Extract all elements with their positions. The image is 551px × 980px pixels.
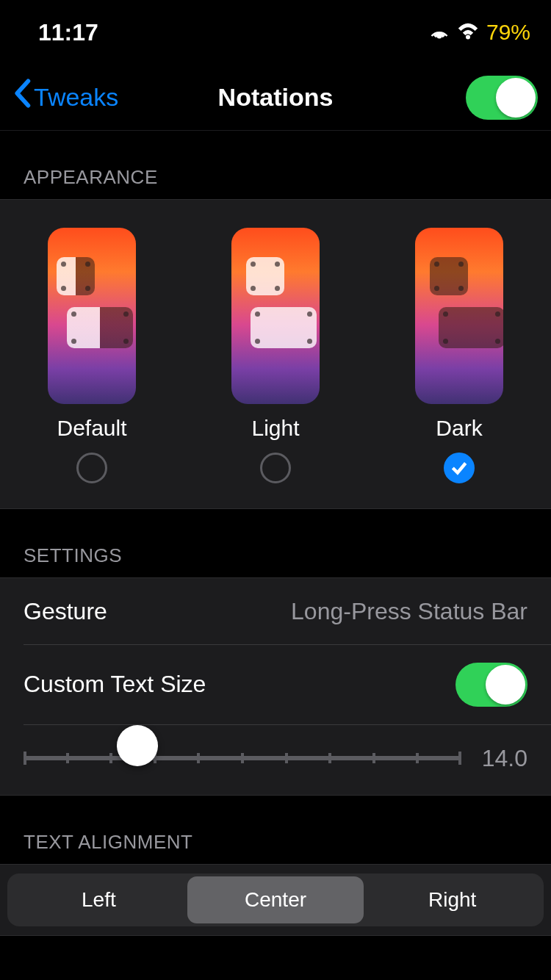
gesture-value: Long-Press Status Bar <box>291 598 527 625</box>
preview-default <box>48 228 136 404</box>
status-bar: 11:17 79% <box>0 0 551 65</box>
check-icon <box>450 458 469 478</box>
alignment-option-right[interactable]: Right <box>364 876 541 923</box>
appearance-option-dark[interactable]: Dark <box>415 228 503 483</box>
airdrop-icon <box>429 21 450 44</box>
alignment-segmented-control[interactable]: LeftCenterRight <box>7 873 544 926</box>
settings-list: Gesture Long-Press Status Bar Custom Tex… <box>0 577 551 796</box>
battery-percentage: 79% <box>486 20 530 45</box>
nav-bar: Tweaks Notations <box>0 65 551 131</box>
appearance-option-light[interactable]: Light <box>231 228 320 483</box>
master-toggle[interactable] <box>466 76 538 120</box>
radio-dark[interactable] <box>444 453 475 483</box>
gesture-label: Gesture <box>24 598 107 625</box>
gesture-cell[interactable]: Gesture Long-Press Status Bar <box>0 578 551 644</box>
svg-point-1 <box>466 35 470 39</box>
text-size-slider-cell: 14.0 <box>0 724 551 795</box>
appearance-header: APPEARANCE <box>0 131 551 199</box>
chevron-left-icon <box>13 79 31 113</box>
appearance-label: Default <box>57 416 126 441</box>
custom-text-size-toggle[interactable] <box>455 663 527 707</box>
radio-default[interactable] <box>76 453 107 483</box>
appearance-options: Default Light Dark <box>0 199 551 509</box>
wifi-icon <box>457 22 479 43</box>
appearance-option-default[interactable]: Default <box>48 228 136 483</box>
alignment-option-center[interactable]: Center <box>187 876 364 923</box>
settings-header: SETTINGS <box>0 509 551 577</box>
preview-dark <box>415 228 503 404</box>
text-size-value: 14.0 <box>479 745 527 772</box>
custom-text-size-cell: Custom Text Size <box>0 645 551 724</box>
alignment-header: TEXT ALIGNMENT <box>0 796 551 864</box>
preview-light <box>231 228 320 404</box>
appearance-label: Light <box>251 416 299 441</box>
status-time: 11:17 <box>38 19 98 46</box>
appearance-label: Dark <box>436 416 482 441</box>
alignment-row: LeftCenterRight <box>0 864 551 936</box>
text-size-slider[interactable] <box>24 743 461 773</box>
back-label: Tweaks <box>34 83 118 112</box>
back-button[interactable]: Tweaks <box>13 82 118 113</box>
custom-text-size-label: Custom Text Size <box>24 671 206 698</box>
radio-light[interactable] <box>260 453 291 483</box>
alignment-option-left[interactable]: Left <box>10 876 187 923</box>
page-title: Notations <box>218 83 334 112</box>
